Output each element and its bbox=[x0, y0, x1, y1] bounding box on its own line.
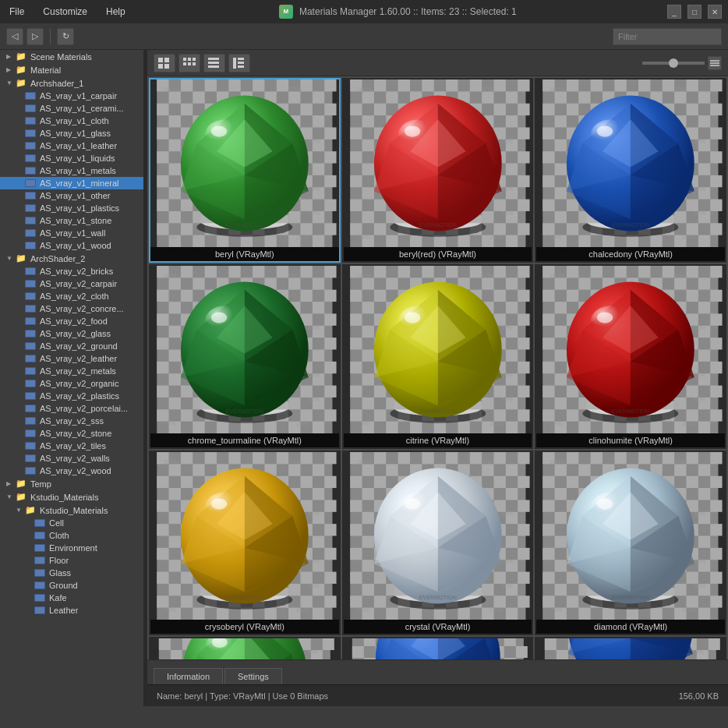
partial-material-card[interactable]: EVERMOTION 100% 75% 50% 25% 90% 55% 50% bbox=[149, 637, 341, 659]
svg-rect-927 bbox=[264, 608, 276, 620]
menu-help[interactable]: Help bbox=[103, 5, 129, 19]
material-card[interactable]: EVERMOTION 100% 75% 50% 25% 90% 55% 50% … bbox=[149, 78, 341, 263]
view-detail-icon[interactable] bbox=[228, 54, 250, 72]
sidebar-item[interactable]: ▼📁Kstudio_Materials bbox=[0, 504, 143, 517]
tab-settings[interactable]: Settings bbox=[224, 668, 282, 684]
tree-label: AS_vray_v2_walls bbox=[40, 454, 110, 463]
sidebar-item[interactable]: ▶📁Temp bbox=[0, 477, 143, 490]
sidebar-item[interactable]: AS_vray_v1_glass bbox=[0, 127, 143, 140]
zoom-menu-button[interactable] bbox=[708, 56, 722, 70]
svg-rect-490 bbox=[324, 362, 336, 373]
svg-text:50%: 50% bbox=[309, 210, 320, 217]
sidebar-item[interactable]: Environment bbox=[0, 542, 143, 554]
sidebar-item[interactable]: Cell bbox=[0, 517, 143, 529]
svg-rect-74 bbox=[169, 164, 181, 175]
menu-customize[interactable]: Customize bbox=[40, 5, 90, 19]
sidebar-item[interactable]: AS_vray_v1_stone bbox=[0, 214, 143, 227]
svg-text:25%: 25% bbox=[296, 606, 309, 613]
partial-material-card[interactable]: EVERMOTION 100% 75% 50% 25% 90% 55% 50% bbox=[342, 637, 534, 659]
close-button[interactable]: ✕ bbox=[708, 5, 722, 19]
partial-material-card[interactable]: EVERMOTION 100% 75% 50% 25% 90% 55% 50% bbox=[535, 637, 726, 659]
svg-rect-444 bbox=[300, 290, 312, 302]
back-button[interactable]: ◁ bbox=[6, 28, 23, 45]
svg-rect-1116 bbox=[555, 488, 567, 500]
refresh-button[interactable]: ↻ bbox=[57, 28, 74, 45]
maximize-button[interactable]: □ bbox=[687, 5, 701, 19]
zoom-slider[interactable] bbox=[642, 62, 705, 65]
sidebar-item[interactable]: AS_vray_v1_wall bbox=[0, 227, 143, 239]
sidebar-item[interactable]: AS_vray_v2_leather bbox=[0, 352, 143, 365]
sidebar-item[interactable]: ▼📁Kstudio_Materials bbox=[0, 490, 143, 504]
svg-text:55%: 55% bbox=[501, 373, 513, 379]
sidebar-item[interactable]: AS_vray_v1_cloth bbox=[0, 115, 143, 127]
material-card[interactable]: EVERMOTION 100% 75% 50% 25% 90% 55% 50% … bbox=[535, 78, 726, 263]
material-card[interactable]: EVERMOTION 100% 75% 50% 25% 90% 55% 50% … bbox=[149, 451, 341, 635]
svg-rect-656 bbox=[386, 422, 398, 433]
svg-rect-1195 bbox=[651, 608, 663, 620]
sidebar-item[interactable]: AS_vray_v2_metals bbox=[0, 365, 143, 377]
sidebar-item[interactable]: AS_vray_v1_mineral bbox=[0, 177, 143, 189]
sidebar-item[interactable]: AS_vray_v2_organic bbox=[0, 377, 143, 390]
svg-rect-371 bbox=[711, 200, 723, 211]
svg-marker-1481 bbox=[437, 638, 500, 659]
svg-rect-1413 bbox=[515, 646, 527, 658]
sidebar-item[interactable]: AS_vray_v1_carpair bbox=[0, 90, 143, 102]
material-card[interactable]: EVERMOTION 100% 75% 50% 25% 90% 55% 50% … bbox=[535, 451, 726, 635]
material-icon bbox=[25, 242, 36, 249]
sidebar-item[interactable]: AS_vray_v1_plastics bbox=[0, 202, 143, 214]
tab-information[interactable]: Information bbox=[154, 668, 223, 684]
sidebar-item[interactable]: AS_vray_v2_concre... bbox=[0, 302, 143, 315]
sidebar-item[interactable]: AS_vray_v1_liquids bbox=[0, 152, 143, 164]
sidebar-item[interactable]: Floor bbox=[0, 554, 143, 567]
svg-rect-118 bbox=[324, 223, 336, 235]
sidebar-item[interactable]: AS_vray_v1_wood bbox=[0, 239, 143, 252]
sidebar-item[interactable]: AS_vray_v2_stone bbox=[0, 427, 143, 440]
svg-rect-654 bbox=[518, 409, 529, 421]
forward-button[interactable]: ▷ bbox=[27, 28, 44, 45]
svg-marker-1483 bbox=[410, 637, 465, 659]
sidebar-item[interactable]: AS_vray_v1_cerami... bbox=[0, 102, 143, 115]
view-list-icon[interactable] bbox=[203, 54, 225, 72]
svg-rect-523 bbox=[217, 422, 228, 433]
sidebar-item[interactable]: AS_vray_v2_carpair bbox=[0, 277, 143, 290]
sidebar-item[interactable]: Kafe bbox=[0, 592, 143, 604]
material-card[interactable]: EVERMOTION 100% 75% 50% 25% 90% 55% 50% … bbox=[535, 264, 726, 449]
view-medium-icon[interactable] bbox=[178, 54, 200, 72]
menu-file[interactable]: File bbox=[6, 5, 27, 19]
sidebar-item[interactable]: AS_vray_v2_plastics bbox=[0, 390, 143, 402]
svg-text:25%: 25% bbox=[683, 420, 695, 427]
sidebar-item[interactable]: ▶📁Scene Materials bbox=[0, 50, 143, 63]
sidebar-item[interactable]: ▼📁ArchShader_2 bbox=[0, 252, 143, 265]
sidebar-item[interactable]: ▼📁Archshader_1 bbox=[0, 76, 143, 90]
svg-rect-327 bbox=[555, 140, 567, 151]
svg-rect-846 bbox=[300, 476, 312, 488]
sidebar-item[interactable]: AS_vray_v2_ground bbox=[0, 340, 143, 352]
material-card[interactable]: EVERMOTION 100% 75% 50% 25% 90% 55% 50% … bbox=[342, 451, 534, 635]
filter-input[interactable] bbox=[613, 28, 722, 45]
content-area[interactable]: EVERMOTION 100% 75% 50% 25% 90% 55% 50% … bbox=[147, 76, 728, 659]
minimize-button[interactable]: _ bbox=[667, 5, 681, 19]
sidebar-item[interactable]: Glass bbox=[0, 567, 143, 579]
sidebar-item[interactable]: AS_vray_v2_food bbox=[0, 315, 143, 327]
sidebar-item[interactable]: AS_vray_v2_glass bbox=[0, 327, 143, 340]
sidebar-item[interactable]: AS_vray_v2_porcelai... bbox=[0, 402, 143, 415]
sidebar-item[interactable]: AS_vray_v2_sss bbox=[0, 415, 143, 427]
sidebar-item[interactable]: AS_vray_v1_metals bbox=[0, 164, 143, 177]
sidebar-item[interactable]: AS_vray_v2_tiles bbox=[0, 440, 143, 452]
sidebar-item[interactable]: Cloth bbox=[0, 529, 143, 542]
sidebar-item[interactable]: Ground bbox=[0, 579, 143, 592]
sidebar-item[interactable]: AS_vray_v2_cloth bbox=[0, 290, 143, 302]
material-card[interactable]: EVERMOTION 100% 75% 50% 25% 90% 55% 50% … bbox=[342, 264, 534, 449]
sidebar-item[interactable]: AS_vray_v1_leather bbox=[0, 140, 143, 152]
sidebar-item[interactable]: ▶📁Material bbox=[0, 63, 143, 76]
sidebar-item[interactable]: Leather bbox=[0, 604, 143, 617]
view-large-icon[interactable] bbox=[154, 54, 175, 72]
material-card[interactable]: EVERMOTION 100% 75% 50% 25% 90% 55% 50% … bbox=[149, 264, 341, 449]
sidebar-item[interactable]: AS_vray_v2_wood bbox=[0, 465, 143, 477]
sidebar-item[interactable]: AS_vray_v2_bricks bbox=[0, 265, 143, 277]
sidebar-item[interactable]: AS_vray_v1_other bbox=[0, 189, 143, 202]
tree-label: AS_vray_v1_plastics bbox=[40, 203, 119, 213]
material-icon bbox=[34, 532, 45, 539]
material-card[interactable]: EVERMOTION 100% 75% 50% 25% 90% 55% 50% … bbox=[342, 78, 534, 263]
sidebar-item[interactable]: AS_vray_v2_walls bbox=[0, 452, 143, 465]
